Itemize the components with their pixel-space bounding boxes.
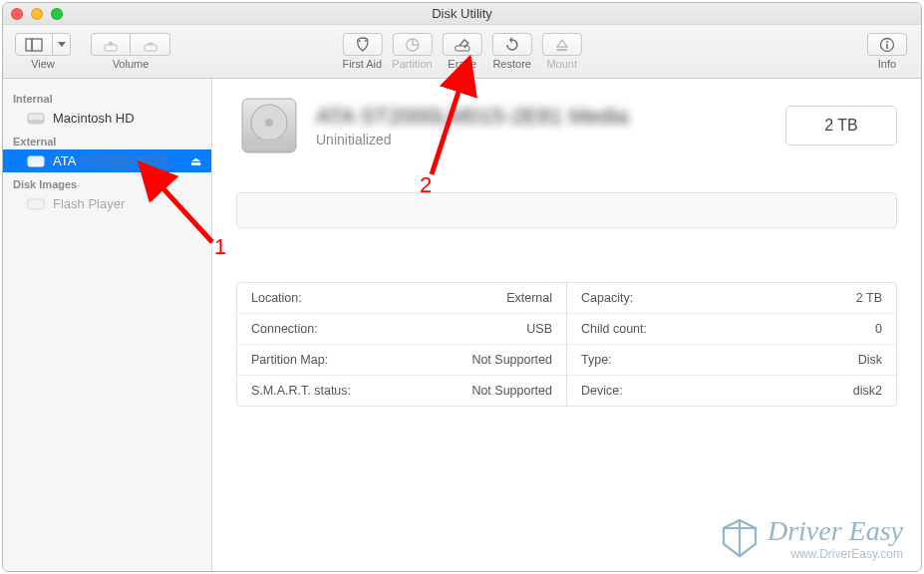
info-row-connection: Connection:USB [237,314,566,345]
svg-point-5 [364,40,366,42]
partition-button[interactable] [392,33,432,56]
main-panel: ATA ST2000LM015-2E81 Media Uninitialized… [212,79,921,571]
content-area: Internal Macintosh HD External ATA ST200… [3,79,921,571]
info-row-smart: S.M.A.R.T. status:Not Supported [237,376,566,406]
sidebar-item-label: Flash Player [53,196,125,211]
sidebar-item-flash-player[interactable]: Flash Player [3,192,211,215]
erase-label: Erase [448,58,476,70]
sidebar-header-internal: Internal [3,87,211,107]
usage-bar [236,192,897,228]
svg-rect-13 [28,120,44,124]
svg-rect-16 [28,199,44,209]
info-row-type: Type:Disk [567,345,896,376]
svg-rect-0 [26,39,32,51]
window-title: Disk Utility [3,6,921,21]
drive-subtitle: Uninitialized [316,132,771,147]
volume-remove-button[interactable] [131,33,170,56]
info-label: Info [878,58,896,70]
annotation-number-2: 2 [420,172,432,198]
minimize-icon[interactable] [31,8,43,20]
capacity-badge: 2 TB [785,106,897,145]
sidebar-item-macintosh-hd[interactable]: Macintosh HD [3,107,211,130]
svg-point-4 [358,40,360,42]
svg-point-10 [886,41,888,43]
svg-rect-20 [246,139,292,148]
disk-utility-window: Disk Utility View [2,2,922,572]
window-controls [11,8,63,20]
volume-label: Volume [113,58,150,70]
info-row-device: Device:disk2 [567,376,896,406]
mount-label: Mount [546,58,577,70]
sidebar-header-disk-images: Disk Images [3,172,211,192]
restore-button[interactable] [492,33,532,56]
zoom-icon[interactable] [51,8,63,20]
toolbar: View Volume First Aid [3,25,921,79]
svg-rect-3 [145,45,156,51]
eject-icon[interactable]: ⏏ [190,154,201,168]
sidebar-item-label: ATA ST2000LM015 [53,153,169,168]
info-table: Location:External Connection:USB Partiti… [236,282,897,407]
sidebar-item-ata-external[interactable]: ATA ST2000LM015 ⏏ [3,149,211,172]
view-button[interactable] [15,33,53,56]
svg-point-19 [265,119,273,127]
info-button[interactable] [867,33,907,56]
first-aid-button[interactable] [342,33,382,56]
titlebar: Disk Utility [3,3,921,25]
info-row-location: Location:External [237,283,566,314]
internal-disk-icon [27,112,45,126]
svg-rect-11 [886,44,888,49]
erase-button[interactable] [443,33,482,56]
disk-image-icon [27,197,45,211]
volume-add-button[interactable] [91,33,131,56]
svg-rect-7 [456,46,469,51]
annotation-number-1: 1 [214,234,226,260]
partition-label: Partition [392,58,432,70]
info-row-capacity: Capacity:2 TB [567,283,896,314]
drive-icon [236,93,302,158]
svg-rect-15 [28,162,44,166]
volume-group: Volume [91,33,170,70]
external-disk-icon [27,154,45,168]
close-icon[interactable] [11,8,23,20]
sidebar-item-label: Macintosh HD [53,111,135,126]
view-dropdown-button[interactable] [53,33,71,56]
drive-title: ATA ST2000LM015-2E81 Media [316,104,771,130]
sidebar-header-external: External [3,130,211,149]
sidebar: Internal Macintosh HD External ATA ST200… [3,79,212,571]
first-aid-label: First Aid [342,58,382,70]
view-label: View [31,58,55,70]
mount-button[interactable] [542,33,582,56]
info-row-child-count: Child count:0 [567,314,896,345]
restore-label: Restore [492,58,531,70]
view-group: View [15,33,71,70]
info-row-partition-map: Partition Map:Not Supported [237,345,566,376]
svg-rect-8 [557,49,567,51]
svg-rect-1 [32,39,42,51]
